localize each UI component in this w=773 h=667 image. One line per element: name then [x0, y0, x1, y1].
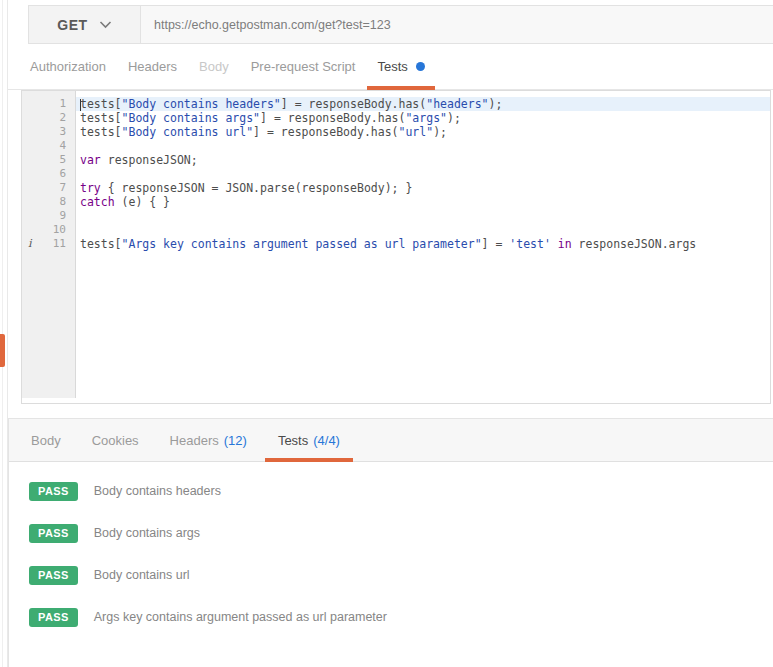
code-line-content: var responseJSON;	[76, 153, 770, 167]
code-line: 8catch (e) { }	[22, 195, 770, 209]
code-line-content	[76, 167, 770, 181]
code-line: 2tests["Body contains args"] = responseB…	[22, 111, 770, 125]
code-line-content: tests["Args key contains argument passed…	[76, 237, 770, 251]
code-token: );	[447, 111, 461, 125]
code-line: 1tests["Body contains headers"] = respon…	[22, 97, 770, 111]
request-tabs: AuthorizationHeadersBodyPre-request Scri…	[8, 44, 773, 90]
test-results-list: PASSBody contains headersPASSBody contai…	[9, 462, 773, 628]
line-number: 5	[22, 153, 76, 167]
line-number: 4	[22, 139, 76, 153]
response-tab-label: Headers	[170, 433, 219, 448]
line-number: i11	[22, 237, 76, 251]
code-line: 9	[22, 209, 770, 223]
response-tab-label: Tests	[278, 433, 308, 448]
response-tab-cookies[interactable]: Cookies	[79, 419, 152, 461]
code-token: "url"	[399, 125, 434, 139]
tests-code-editor[interactable]: 1tests["Body contains headers"] = respon…	[21, 90, 771, 404]
test-result-label: Body contains args	[94, 526, 200, 540]
code-token: ] = responseBody.has(	[253, 125, 398, 139]
request-tab-label: Body	[199, 59, 229, 74]
request-tab-pre-request-script[interactable]: Pre-request Script	[251, 44, 356, 89]
unsaved-changes-dot-icon	[416, 62, 425, 71]
code-line: 3tests["Body contains url"] = responseBo…	[22, 125, 770, 139]
sidebar-orange-indicator	[0, 334, 5, 367]
url-input[interactable]: https://echo.getpostman.com/get?test=123	[141, 6, 773, 43]
request-tab-label: Tests	[377, 59, 407, 74]
request-tab-label: Pre-request Script	[251, 59, 356, 74]
code-token: tests[	[80, 125, 122, 139]
code-token: { responseJSON = JSON.parse(responseBody…	[101, 181, 413, 195]
request-tab-headers[interactable]: Headers	[128, 44, 177, 89]
pass-status-badge: PASS	[29, 482, 78, 501]
request-tab-label: Authorization	[30, 59, 106, 74]
code-token	[551, 237, 558, 251]
code-line: 6	[22, 167, 770, 181]
code-line-content	[76, 223, 770, 237]
code-token: ] = responseBody.has(	[260, 111, 405, 125]
line-number: 2	[22, 111, 76, 125]
request-url-bar: GET https://echo.getpostman.com/get?test…	[28, 5, 773, 44]
code-token: responseJSON;	[101, 153, 198, 167]
code-token: try	[80, 181, 101, 195]
response-tab-count: (4/4)	[313, 433, 340, 448]
code-token: "Body contains headers"	[122, 97, 281, 111]
code-token: tests[	[80, 97, 122, 111]
code-token: "Args key contains argument passed as ur…	[122, 237, 482, 251]
line-number: 1	[22, 97, 76, 111]
request-tab-tests[interactable]: Tests	[377, 44, 424, 89]
test-result-row: PASSBody contains args	[29, 522, 773, 544]
code-line-content	[76, 139, 770, 153]
code-token: "args"	[405, 111, 447, 125]
code-token: "Body contains url"	[122, 125, 254, 139]
code-token: 'test'	[509, 237, 551, 251]
line-number: 10	[22, 223, 76, 237]
code-token: tests[	[80, 237, 122, 251]
code-token: "headers"	[426, 97, 488, 111]
request-tab-body[interactable]: Body	[199, 44, 229, 89]
http-method-label: GET	[57, 17, 87, 33]
http-method-select[interactable]: GET	[29, 6, 141, 43]
code-line: 10	[22, 223, 770, 237]
response-tab-tests[interactable]: Tests(4/4)	[265, 419, 353, 461]
code-line: 4	[22, 139, 770, 153]
code-rows: 1tests["Body contains headers"] = respon…	[22, 97, 770, 251]
postman-request-window: GET https://echo.getpostman.com/get?test…	[0, 0, 773, 667]
code-token: "Body contains args"	[122, 111, 260, 125]
code-line-content	[76, 209, 770, 223]
code-line: i11tests["Args key contains argument pas…	[22, 237, 770, 251]
response-tab-label: Cookies	[92, 433, 139, 448]
line-number: 9	[22, 209, 76, 223]
code-token: catch	[80, 195, 115, 209]
test-result-row: PASSArgs key contains argument passed as…	[29, 606, 773, 628]
response-tab-label: Body	[31, 433, 61, 448]
code-token: ] =	[482, 237, 510, 251]
code-line-content: catch (e) { }	[76, 195, 770, 209]
code-token: );	[489, 97, 503, 111]
response-tab-headers[interactable]: Headers(12)	[157, 419, 260, 461]
request-tab-label: Headers	[128, 59, 177, 74]
code-token: );	[433, 125, 447, 139]
lint-info-icon[interactable]: i	[28, 237, 32, 251]
code-token: in	[558, 237, 572, 251]
request-tab-authorization[interactable]: Authorization	[30, 44, 106, 89]
chevron-down-icon	[99, 21, 112, 29]
test-result-row: PASSBody contains headers	[29, 480, 773, 502]
pass-status-badge: PASS	[29, 524, 78, 543]
code-line-content: tests["Body contains args"] = responseBo…	[76, 111, 770, 125]
test-result-label: Args key contains argument passed as url…	[94, 610, 387, 624]
code-token: var	[80, 153, 101, 167]
test-result-label: Body contains url	[94, 568, 190, 582]
response-tab-body[interactable]: Body	[18, 419, 74, 461]
code-line-content: tests["Body contains url"] = responseBod…	[76, 125, 770, 139]
code-token: tests[	[80, 111, 122, 125]
line-number: 8	[22, 195, 76, 209]
line-number: 7	[22, 181, 76, 195]
test-result-label: Body contains headers	[94, 484, 221, 498]
response-tabs: BodyCookiesHeaders(12)Tests(4/4)	[9, 419, 773, 462]
code-token: responseJSON.args	[572, 237, 697, 251]
code-line-content: try { responseJSON = JSON.parse(response…	[76, 181, 770, 195]
pass-status-badge: PASS	[29, 608, 78, 627]
code-token: ] = responseBody.has(	[281, 97, 426, 111]
code-line-content: tests["Body contains headers"] = respons…	[76, 97, 770, 111]
code-line: 7try { responseJSON = JSON.parse(respons…	[22, 181, 770, 195]
